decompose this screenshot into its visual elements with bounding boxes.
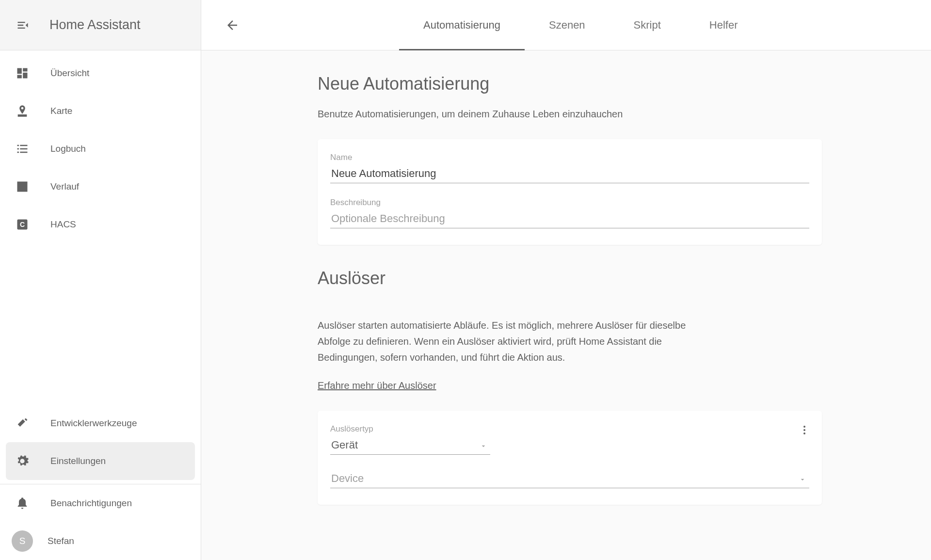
name-input[interactable] [330, 164, 809, 183]
tabs: Automatisierung Szenen Skript Helfer [399, 0, 762, 50]
learn-more-link[interactable]: Erfahre mehr über Auslöser [318, 380, 436, 391]
sidebar-nav: Übersicht Karte Logbuch Verlauf [0, 50, 201, 400]
hammer-icon [15, 416, 30, 431]
svg-point-3 [803, 429, 805, 431]
desc-input[interactable] [330, 209, 809, 228]
sidebar-item-label: Karte [50, 106, 72, 116]
avatar: S [12, 530, 33, 552]
svg-point-2 [803, 426, 805, 428]
tab-automation[interactable]: Automatisierung [399, 0, 525, 50]
sidebar-tools-section: Entwicklerwerkzeuge Einstellungen [0, 400, 201, 484]
menu-collapse-icon[interactable] [15, 17, 31, 33]
user-name: Stefan [48, 536, 74, 546]
sidebar-item-label: Einstellungen [50, 456, 106, 466]
tab-helper[interactable]: Helfer [685, 0, 762, 50]
sidebar-item-notifications[interactable]: Benachrichtigungen [0, 484, 201, 522]
sidebar-item-logbook[interactable]: Logbuch [0, 130, 201, 168]
page-title: Neue Automatisierung [318, 74, 822, 94]
tab-label: Helfer [709, 19, 738, 32]
sidebar-item-label: Logbuch [50, 144, 86, 154]
svg-point-4 [803, 432, 805, 434]
sidebar-item-map[interactable]: Karte [0, 92, 201, 130]
tab-scenes[interactable]: Szenen [525, 0, 610, 50]
main: Automatisierung Szenen Skript Helfer Neu… [201, 0, 931, 560]
trigger-type-select[interactable]: Gerät [330, 436, 490, 455]
trigger-type-label: Auslösertyp [330, 424, 809, 434]
dashboard-icon [15, 65, 30, 81]
page-subtitle: Benutze Automatisierungen, um deinem Zuh… [318, 109, 822, 120]
tab-label: Szenen [549, 19, 585, 32]
desc-label: Beschreibung [330, 198, 809, 208]
bell-icon [15, 496, 30, 511]
topbar: Automatisierung Szenen Skript Helfer [201, 0, 931, 50]
content: Neue Automatisierung Benutze Automatisie… [201, 50, 931, 560]
sidebar-item-label: Verlauf [50, 181, 79, 192]
sidebar-item-label: Entwicklerwerkzeuge [50, 418, 137, 429]
sidebar-item-label: HACS [50, 219, 76, 230]
sidebar-bottom: Benachrichtigungen S Stefan [0, 484, 201, 560]
tab-script[interactable]: Skript [610, 0, 685, 50]
sidebar-item-devtools[interactable]: Entwicklerwerkzeuge [0, 404, 201, 442]
sidebar-item-label: Benachrichtigungen [50, 498, 132, 509]
back-button[interactable] [221, 14, 244, 37]
sidebar-item-user[interactable]: S Stefan [0, 522, 201, 560]
tab-label: Skript [634, 19, 661, 32]
name-label: Name [330, 153, 809, 162]
device-select[interactable]: Device [330, 469, 809, 488]
sidebar-item-settings[interactable]: Einstellungen [6, 442, 195, 480]
list-icon [15, 141, 30, 157]
avatar-initial: S [19, 536, 26, 546]
card-menu-button[interactable] [795, 420, 814, 440]
sidebar-item-history[interactable]: Verlauf [0, 168, 201, 206]
sidebar-item-label: Übersicht [50, 68, 89, 79]
trigger-card: Auslösertyp Gerät Device [318, 411, 822, 505]
sidebar: Home Assistant Übersicht Karte Logbuch [0, 0, 201, 560]
hacs-icon: C [15, 217, 30, 232]
svg-text:C: C [20, 221, 25, 228]
sidebar-header: Home Assistant [0, 0, 201, 50]
app-title: Home Assistant [49, 17, 141, 32]
trigger-desc: Auslöser starten automatisierte Abläufe.… [318, 318, 701, 366]
name-card: Name Beschreibung [318, 139, 822, 245]
sidebar-item-overview[interactable]: Übersicht [0, 54, 201, 92]
chart-icon [15, 179, 30, 194]
gear-icon [15, 453, 30, 469]
map-icon [15, 103, 30, 119]
tab-label: Automatisierung [423, 19, 500, 32]
trigger-title: Auslöser [318, 268, 822, 288]
sidebar-item-hacs[interactable]: C HACS [0, 206, 201, 243]
